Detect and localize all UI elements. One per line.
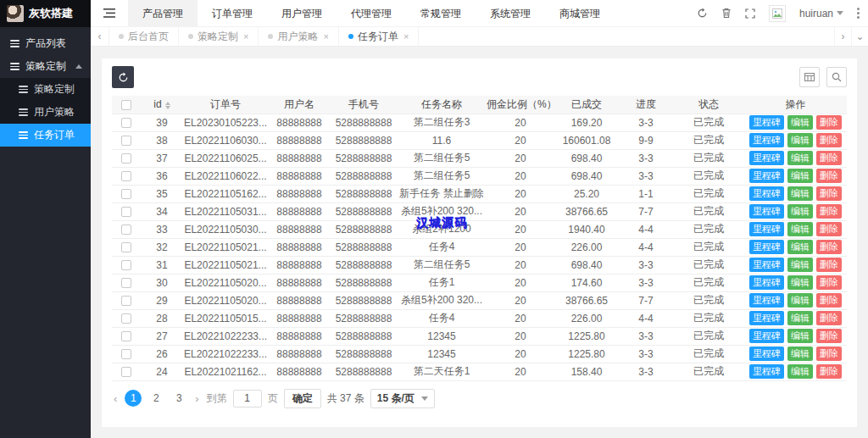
delete-button[interactable]: 删除 [816, 240, 842, 253]
milestone-button[interactable]: 里程碑 [749, 293, 784, 307]
tabs-scroll-right-icon[interactable]: › [834, 27, 851, 46]
tab-close-icon[interactable]: × [323, 31, 328, 42]
nav-item-agent[interactable]: 代理管理 [337, 0, 406, 27]
milestone-button[interactable]: 里程碑 [749, 133, 784, 147]
more-options-icon[interactable] [857, 8, 860, 19]
page-number-2[interactable]: 2 [147, 390, 164, 407]
confirm-page-button[interactable]: 确定 [284, 389, 321, 408]
delete-button[interactable]: 删除 [816, 115, 842, 129]
sidebar-item-strategy-group[interactable]: 策略定制 [0, 55, 91, 78]
edit-button[interactable]: 编辑 [787, 186, 813, 200]
milestone-button[interactable]: 里程碑 [749, 222, 784, 236]
edit-button[interactable]: 编辑 [787, 293, 813, 307]
row-checkbox[interactable] [121, 296, 131, 306]
tab-dashboard[interactable]: 后台首页 [109, 27, 179, 46]
delete-button[interactable]: 删除 [816, 275, 842, 289]
delete-button[interactable]: 删除 [816, 293, 842, 307]
tab-strategy-config[interactable]: 策略定制× [179, 27, 259, 46]
milestone-button[interactable]: 里程碑 [749, 186, 784, 200]
row-checkbox[interactable] [121, 260, 131, 270]
milestone-button[interactable]: 里程碑 [749, 258, 784, 271]
page-input[interactable] [233, 390, 262, 408]
milestone-button[interactable]: 里程碑 [749, 151, 784, 164]
delete-button[interactable]: 删除 [816, 133, 842, 147]
milestone-button[interactable]: 里程碑 [749, 240, 784, 253]
search-icon[interactable] [826, 67, 847, 87]
row-checkbox[interactable] [121, 242, 131, 252]
sidebar-item-user-strategy[interactable]: 用户策略 [0, 101, 91, 124]
milestone-button[interactable]: 里程碑 [749, 347, 784, 360]
edit-button[interactable]: 编辑 [787, 240, 813, 253]
user-menu[interactable]: huiruan [799, 8, 843, 19]
tabs-scroll-left-icon[interactable]: ‹ [91, 27, 109, 46]
delete-button[interactable]: 删除 [816, 364, 842, 378]
row-checkbox[interactable] [121, 278, 131, 288]
edit-button[interactable]: 编辑 [787, 151, 813, 164]
row-checkbox[interactable] [121, 171, 131, 181]
edit-button[interactable]: 编辑 [787, 133, 813, 147]
row-checkbox[interactable] [121, 153, 131, 164]
delete-button[interactable]: 删除 [816, 151, 842, 164]
user-avatar-broken-image-icon[interactable] [769, 5, 786, 22]
row-checkbox[interactable] [121, 225, 131, 235]
table-refresh-button[interactable] [112, 66, 134, 88]
delete-button[interactable]: 删除 [816, 222, 842, 236]
delete-button[interactable]: 删除 [816, 186, 842, 200]
row-checkbox[interactable] [121, 118, 131, 128]
edit-button[interactable]: 编辑 [787, 311, 813, 324]
page-size-select[interactable]: 15 条/页 [370, 389, 435, 408]
milestone-button[interactable]: 里程碑 [749, 115, 784, 129]
nav-item-general[interactable]: 常规管理 [406, 0, 476, 27]
sidebar-item-task-orders[interactable]: 任务订单 [0, 124, 91, 147]
trash-icon[interactable] [721, 8, 732, 19]
milestone-button[interactable]: 里程碑 [749, 364, 784, 378]
prev-page-icon[interactable]: ‹ [112, 392, 119, 405]
next-page-icon[interactable]: › [193, 392, 200, 405]
edit-button[interactable]: 编辑 [787, 258, 813, 271]
tab-close-icon[interactable]: × [243, 31, 248, 42]
nav-item-order[interactable]: 订单管理 [198, 0, 267, 27]
milestone-button[interactable]: 里程碑 [749, 311, 784, 324]
tabs-menu-chevron-down-icon[interactable]: ⌄ [851, 27, 868, 46]
nav-item-user[interactable]: 用户管理 [267, 0, 337, 27]
milestone-button[interactable]: 里程碑 [749, 275, 784, 289]
collapse-sidebar-icon[interactable] [91, 8, 128, 18]
edit-button[interactable]: 编辑 [787, 115, 813, 129]
milestone-button[interactable]: 里程碑 [749, 169, 784, 182]
delete-button[interactable]: 删除 [816, 169, 842, 182]
page-number-3[interactable]: 3 [170, 390, 187, 407]
sidebar-item-product-list[interactable]: 产品列表 [0, 32, 91, 55]
delete-button[interactable]: 删除 [816, 258, 842, 271]
page-number-1[interactable]: 1 [125, 390, 142, 407]
sort-icon[interactable] [165, 102, 170, 109]
milestone-button[interactable]: 里程碑 [749, 204, 784, 218]
row-checkbox[interactable] [121, 189, 131, 199]
row-checkbox[interactable] [121, 349, 131, 359]
fullscreen-icon[interactable] [745, 8, 755, 19]
row-checkbox[interactable] [121, 331, 131, 341]
nav-item-system[interactable]: 系统管理 [476, 0, 545, 27]
delete-button[interactable]: 删除 [816, 311, 842, 324]
edit-button[interactable]: 编辑 [787, 347, 813, 360]
edit-button[interactable]: 编辑 [787, 329, 813, 342]
delete-button[interactable]: 删除 [816, 204, 842, 218]
edit-button[interactable]: 编辑 [787, 222, 813, 236]
delete-button[interactable]: 删除 [816, 329, 842, 342]
select-all-checkbox[interactable] [121, 100, 131, 110]
edit-button[interactable]: 编辑 [787, 204, 813, 218]
row-checkbox[interactable] [121, 313, 131, 324]
row-checkbox[interactable] [121, 136, 131, 146]
milestone-button[interactable]: 里程碑 [749, 329, 784, 342]
row-checkbox[interactable] [121, 367, 131, 377]
delete-button[interactable]: 删除 [816, 347, 842, 360]
tab-user-strategy[interactable]: 用户策略× [259, 27, 338, 46]
tab-task-orders[interactable]: 任务订单× [339, 27, 419, 46]
edit-button[interactable]: 编辑 [787, 275, 813, 289]
edit-button[interactable]: 编辑 [787, 364, 813, 378]
refresh-icon[interactable] [697, 8, 708, 19]
row-checkbox[interactable] [121, 207, 131, 217]
sidebar-item-strategy-config[interactable]: 策略定制 [0, 78, 91, 101]
columns-filter-icon[interactable] [799, 67, 820, 87]
edit-button[interactable]: 编辑 [787, 169, 813, 182]
tab-close-icon[interactable]: × [403, 31, 409, 42]
